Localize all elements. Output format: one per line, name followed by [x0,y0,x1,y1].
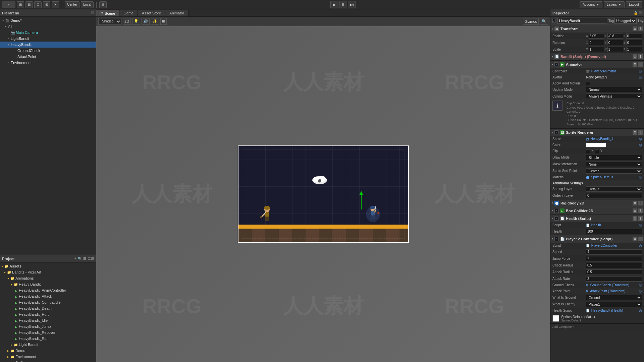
pause-button[interactable]: ⏸ [339,1,347,8]
rigidbody2d-header[interactable]: ▾ ⬤ Rigidbody 2D ⚙ ⋮ [550,199,644,207]
hier-item-environment[interactable]: ▸ Environment [0,60,96,66]
checkradius-input[interactable] [586,263,642,268]
pos-z-input[interactable] [626,33,642,39]
fx-btn[interactable]: ✨ [151,18,159,25]
proj-item-env[interactable]: ▸ 📁 Environment [0,354,96,360]
health-script-settings-btn[interactable]: ⚙ [633,216,637,221]
project-add-btn[interactable]: + [74,257,76,260]
material-select-btn[interactable]: ◎ [639,175,642,179]
hier-item-camera[interactable]: 📷 Main Camera [0,29,96,36]
speed-input[interactable] [586,249,642,255]
color-picker-btn[interactable]: ◎ [639,143,642,147]
hier-item-attackpoint[interactable]: AttackPoint [0,54,96,60]
scene-tools-btn[interactable]: ⊞ [160,18,167,25]
object-active-checkbox[interactable] [552,19,555,23]
jumpforce-input[interactable] [586,256,642,261]
animator-controller-select-btn[interactable]: ◎ [639,69,642,73]
hierarchy-menu-btn[interactable]: ☰ [91,11,94,15]
hier-item-groundcheck[interactable]: GroundCheck [0,48,96,54]
player2-controller-enabled-checkbox[interactable] [554,237,558,241]
health-value-input[interactable] [586,229,642,234]
rot-x-input[interactable] [589,40,604,45]
grid-button[interactable]: ⊞ [99,1,107,8]
proj-item-lightbandit[interactable]: ▸ 📁 Light Bandit [0,342,96,348]
player2-controller-settings-btn[interactable]: ⚙ [633,237,637,241]
bandit-script-menu-btn[interactable]: ⋮ [638,54,643,59]
whatisground-select[interactable]: Ground [586,295,642,300]
drawmode-select[interactable]: Simple [586,155,642,160]
tab-scene[interactable]: ⚙ Scene [96,10,119,16]
audio-btn[interactable]: 🔊 [142,18,150,25]
animator-avatar-select-btn[interactable]: ◎ [639,75,642,79]
center-button[interactable]: Center [65,1,79,8]
boxcollider2d-header[interactable]: ▾ ⊡ Box Collider 2D ⚙ ⋮ [550,207,644,215]
toolbar-btn-3[interactable]: ⊡ [34,1,42,8]
tab-animator[interactable]: Animator [165,10,189,16]
animator-enabled-checkbox[interactable] [554,62,558,66]
flip-x-checkbox[interactable] [586,149,590,153]
viewport-canvas[interactable]: RRCG 人人素材 RRCG 人人素材 RRCG 人人素材 RRCG 人人素材 … [96,26,550,362]
health-script-header[interactable]: ▾ 📄 Health (Script) ⚙ ⋮ [550,215,644,222]
attackradius-input[interactable] [586,269,642,275]
animator-header[interactable]: ▾ ▶ Animator ⚙ ⋮ [550,61,644,68]
additional-settings-header[interactable]: Additional Settings [550,180,644,186]
toolbar-btn-1[interactable]: ⊞ [17,1,24,8]
proj-item-hb-death[interactable]: ▲ HeavyBandit_Death [0,305,96,311]
sprite-renderer-enabled-checkbox[interactable] [554,130,558,134]
hier-menu-hb[interactable]: ⋮ [92,43,95,46]
p2c-script-select-btn[interactable]: ◎ [639,244,642,247]
rot-z-input[interactable] [626,40,642,45]
gizmos-btn[interactable]: Gizmos [523,18,539,25]
maskinteraction-select[interactable]: None [586,162,642,167]
proj-item-assets[interactable]: ▾ 📁 Assets [0,263,96,269]
sprite-renderer-settings-btn[interactable]: ⚙ [633,130,637,135]
groundcheck-select-btn[interactable]: ◎ [639,283,642,287]
boxcollider2d-settings-btn[interactable]: ⚙ [633,208,637,213]
boxcollider2d-menu-btn[interactable]: ⋮ [638,208,643,213]
boxcollider2d-enabled-checkbox[interactable] [554,209,558,213]
player2-controller-menu-btn[interactable]: ⋮ [638,237,643,241]
attackpoint-select-btn[interactable]: ◎ [639,289,642,293]
proj-item-hb-idle[interactable]: ▲ HeavyBandit_Idle [0,317,96,323]
proj-item-bandits[interactable]: ▾ 📁 Bandits - Pixel Art [0,269,96,275]
animator-expand-btn[interactable]: ⋮ [638,62,643,67]
animator-culling-select[interactable]: Always Animate [586,94,642,99]
proj-item-hb-run[interactable]: ▲ HeavyBandit_Run [0,336,96,342]
light-btn[interactable]: 💡 [132,18,140,25]
layers-dropdown[interactable]: Layers ▼ [604,1,625,8]
project-search-btn[interactable]: 🔍 [78,257,82,260]
pos-y-input[interactable] [607,33,623,39]
local-button[interactable]: Local [81,1,94,8]
play-button[interactable]: ▶ [330,1,338,8]
bandit-script-header[interactable]: ▾ 📄 Bandit (Script) (Removed) ⚙ ⋮ [550,53,644,60]
proj-item-sprites[interactable]: ▸ 📁 Sprites [0,360,96,362]
health-script-enabled-checkbox[interactable] [554,217,558,221]
color-value[interactable] [586,143,606,147]
object-tag-select[interactable]: Untagged [614,18,637,24]
search-scene-btn[interactable]: 🔍 [540,18,548,25]
orderinlayer-input[interactable] [586,193,642,198]
rigidbody2d-settings-btn[interactable]: ⚙ [633,201,637,205]
proj-item-hb-combatidle[interactable]: ▲ HeavyBandit_CombatIdle [0,299,96,305]
spritesortpoint-select[interactable]: Center [586,168,642,174]
whatisenemy-select[interactable]: Player1 [586,302,642,307]
transform-menu-btn[interactable]: ⋮ [638,26,643,31]
scale-x-input[interactable] [589,47,604,52]
player2-controller-header[interactable]: ▾ 📄 Player 2 Controller (Script) ⚙ ⋮ [550,235,644,243]
scale-z-input[interactable] [626,47,642,52]
sprite-select-btn[interactable]: ◎ [639,137,642,141]
bandit-script-settings-btn[interactable]: ⚙ [633,54,637,59]
health-script-menu-btn[interactable]: ⋮ [638,216,643,221]
scale-y-input[interactable] [607,47,623,52]
animator-settings-btn[interactable]: ⚙ [633,62,637,67]
pos-x-input[interactable] [589,33,604,39]
hier-item-all[interactable]: ▸ All [0,23,96,29]
proj-item-hb-attack[interactable]: ▲ HeavyBandit_Attack [0,293,96,299]
hier-item-heavybandit[interactable]: ▾ HeavyBandit ⋮ [0,42,96,48]
proj-item-animations[interactable]: ▾ 📁 Animations [0,275,96,281]
hier-item-demo[interactable]: ▾ 🎬 Demo* ⋮ [0,17,96,23]
inspector-lock-btn[interactable]: 🔒 [634,11,638,15]
inspector-menu-btn[interactable]: ☰ [639,11,642,15]
healthscript-select-btn[interactable]: ◎ [639,309,642,312]
flip-y-checkbox[interactable] [595,149,599,153]
